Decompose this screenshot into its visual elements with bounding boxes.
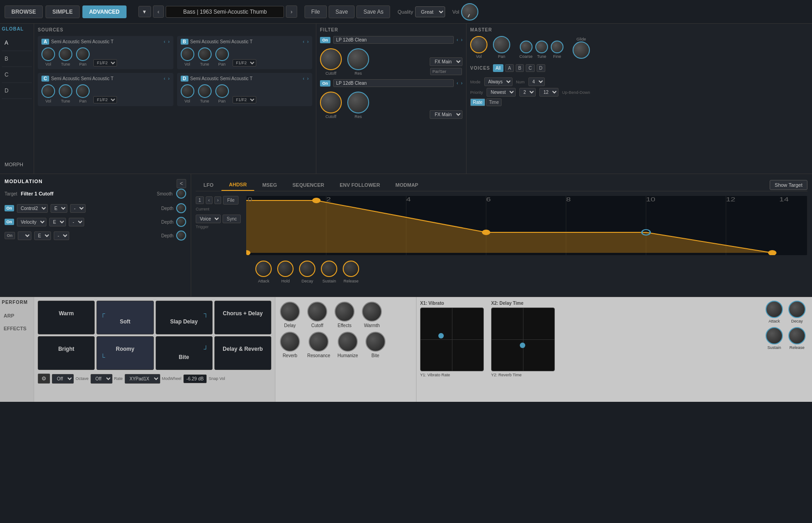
- right-sustain-knob[interactable]: [766, 327, 783, 344]
- pad-bite[interactable]: ┘ Bite: [156, 336, 213, 370]
- mod-row2-dash-select[interactable]: -: [69, 218, 84, 226]
- rate-select[interactable]: Off: [91, 374, 112, 384]
- source-a-pan-knob[interactable]: [76, 47, 90, 61]
- priority-val1[interactable]: 2: [519, 88, 536, 97]
- mod-row1-depth-knob[interactable]: [176, 203, 186, 213]
- tab-modmap[interactable]: MODMAP: [388, 179, 426, 191]
- filter2-res-knob[interactable]: [347, 92, 369, 113]
- macro-reverb-knob[interactable]: [280, 332, 300, 352]
- filter1-on-button[interactable]: On: [320, 37, 330, 43]
- tab-ahdsr[interactable]: AHDSR: [221, 179, 254, 191]
- priority-val2[interactable]: 12: [539, 88, 558, 97]
- tab-lfo[interactable]: LFO: [196, 179, 221, 191]
- save-as-button[interactable]: Save As: [356, 5, 390, 18]
- show-target-button[interactable]: Show Target: [770, 180, 807, 190]
- right-decay-knob[interactable]: [788, 301, 806, 318]
- mod-row2-depth-knob[interactable]: [176, 217, 186, 227]
- ahdsr-release-knob[interactable]: [343, 261, 359, 277]
- mod-row2-source-select[interactable]: Velocity: [17, 218, 46, 226]
- preset-prev-button[interactable]: ‹: [153, 5, 164, 18]
- filter1-prev[interactable]: ‹: [457, 37, 458, 42]
- num-select[interactable]: 4: [528, 77, 545, 86]
- mod-row3-e-select[interactable]: E: [34, 231, 51, 240]
- voices-b-btn[interactable]: B: [516, 64, 524, 72]
- env-sync-button[interactable]: Sync: [223, 215, 241, 223]
- browse-button[interactable]: BROWSE: [5, 5, 43, 18]
- file-button[interactable]: File: [304, 5, 327, 18]
- tab-env-follower[interactable]: ENV FOLLOWER: [332, 179, 388, 191]
- source-c-vol-knob[interactable]: [41, 84, 55, 98]
- mod-row1-source-select[interactable]: Control2: [17, 204, 48, 213]
- morph-item[interactable]: MORPH: [2, 158, 32, 171]
- ahdsr-hold-knob[interactable]: [277, 261, 294, 277]
- perform-arp-item[interactable]: ARP: [2, 309, 32, 322]
- macro-warmth-knob[interactable]: [362, 302, 382, 322]
- source-d-prev[interactable]: ‹: [303, 76, 304, 81]
- mod-smooth-knob[interactable]: [176, 189, 186, 199]
- xy1-pad[interactable]: [420, 308, 484, 371]
- source-d-f1f2-select[interactable]: F1/F2: [233, 96, 256, 103]
- pad-slap-delay[interactable]: ┐ Slap Delay: [156, 301, 213, 334]
- mod-row3-dash-select[interactable]: -: [54, 231, 69, 240]
- macro-cutoff-knob[interactable]: [307, 302, 327, 322]
- preset-next-button[interactable]: ›: [286, 5, 297, 18]
- env-voice-select[interactable]: Voice: [196, 215, 221, 223]
- xy2-pad[interactable]: [491, 308, 555, 371]
- macro-effects-knob[interactable]: [335, 302, 355, 322]
- source-b-tune-knob[interactable]: [198, 47, 212, 61]
- source-b-vol-knob[interactable]: [181, 47, 194, 61]
- source-d-vol-knob[interactable]: [181, 84, 194, 98]
- source-b-f1f2-select[interactable]: F1/F2: [233, 59, 256, 67]
- voices-all-btn[interactable]: All: [493, 64, 503, 72]
- filter1-next[interactable]: ›: [461, 37, 462, 42]
- pad-warm[interactable]: Warm: [38, 301, 95, 334]
- pad-chorus-delay[interactable]: Chorus + Delay: [214, 301, 271, 334]
- time-button[interactable]: Time: [486, 98, 502, 106]
- source-a-next[interactable]: ›: [168, 39, 169, 44]
- mode-select[interactable]: Always: [484, 77, 513, 86]
- save-button[interactable]: Save: [329, 5, 355, 18]
- source-b-pan-knob[interactable]: [215, 47, 229, 61]
- advanced-button[interactable]: ADVANCED: [82, 5, 127, 18]
- ahdsr-decay-knob[interactable]: [299, 261, 315, 277]
- tab-mseg[interactable]: MSEG: [254, 179, 284, 191]
- filter2-cutoff-knob[interactable]: [320, 92, 342, 113]
- preset-name[interactable]: Bass | 1963 Semi-Acoustic Thumb: [166, 6, 284, 18]
- par-ser-button[interactable]: Par/Ser: [430, 68, 462, 75]
- filter1-type[interactable]: LP 12dB Clean: [333, 36, 454, 44]
- ahdsr-attack-knob[interactable]: [255, 261, 272, 277]
- source-d-next[interactable]: ›: [307, 76, 309, 81]
- mod-row1-e-select[interactable]: E: [51, 204, 67, 213]
- filter1-res-knob[interactable]: [347, 48, 369, 70]
- pad-roomy[interactable]: Roomy └: [96, 336, 153, 370]
- master-pan-knob[interactable]: [493, 36, 510, 53]
- ahdsr-sustain-knob[interactable]: [321, 261, 337, 277]
- modulation-collapse-button[interactable]: <: [177, 179, 186, 188]
- tab-sequencer[interactable]: SEQUENCER: [285, 179, 332, 191]
- pad-delay-reverb[interactable]: Delay & Reverb: [214, 336, 271, 370]
- master-tune-knob[interactable]: [535, 41, 548, 53]
- master-vol-knob[interactable]: [470, 36, 487, 53]
- right-release-knob[interactable]: [788, 327, 806, 344]
- filter2-prev[interactable]: ‹: [457, 81, 458, 86]
- rate-button[interactable]: Rate: [470, 98, 485, 106]
- voices-c-btn[interactable]: C: [526, 64, 534, 72]
- filter2-type[interactable]: LP 12dB Clean: [333, 79, 454, 87]
- perform-effects-item[interactable]: EFFECTS: [2, 322, 32, 335]
- macro-delay-knob[interactable]: [280, 302, 300, 322]
- source-b-next[interactable]: ›: [307, 39, 309, 44]
- voices-d-btn[interactable]: D: [537, 64, 545, 72]
- mod-row3-depth-knob[interactable]: [176, 231, 186, 241]
- master-coarse-knob[interactable]: [520, 41, 533, 53]
- source-c-prev[interactable]: ‹: [164, 76, 165, 81]
- source-c-next[interactable]: ›: [168, 76, 169, 81]
- env-file-button[interactable]: File: [223, 196, 239, 205]
- source-a-prev[interactable]: ‹: [164, 39, 165, 44]
- mod-row1-dash-select[interactable]: -: [70, 204, 86, 213]
- priority-select[interactable]: Newest: [487, 88, 516, 97]
- master-fine-knob[interactable]: [551, 41, 563, 53]
- source-c-f1f2-select[interactable]: F1/F2: [93, 96, 117, 103]
- modwheel-select[interactable]: XYPad1X: [125, 374, 160, 384]
- voices-a-btn[interactable]: A: [505, 64, 514, 72]
- mod-row3-on-button[interactable]: On: [5, 232, 15, 239]
